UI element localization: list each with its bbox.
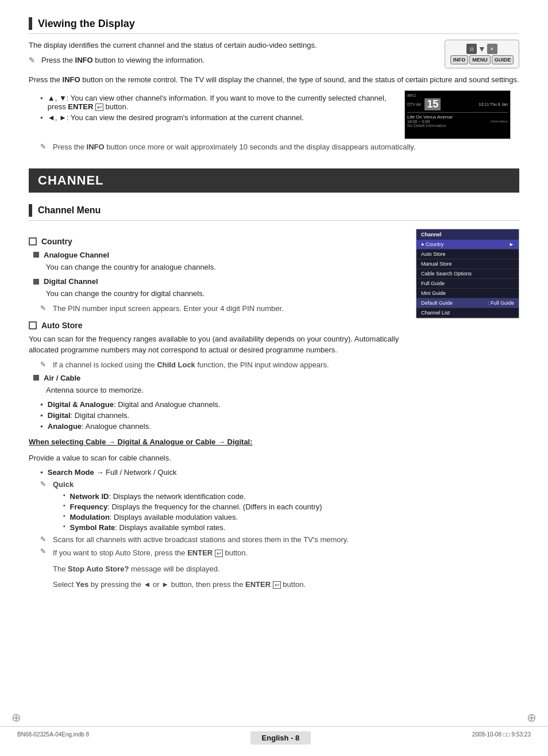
remote-icon: ⊡ <box>466 44 477 54</box>
note-icon-stop: ✎ <box>40 547 49 555</box>
country-heading: Country <box>29 237 404 246</box>
cable-intro: Provide a value to scan for cable channe… <box>29 452 404 464</box>
quick-modulation: Modulation: Displays available modulatio… <box>63 513 404 521</box>
bottom-left-crosshair: ⊕ <box>11 711 21 724</box>
bullet1-text: ▲, ▼: You can view other channel's infor… <box>48 94 399 111</box>
air-cable-text: Antenna source to memorize. <box>46 385 404 396</box>
auto-store-heading: Auto Store <box>29 321 404 330</box>
quick-mod-text: Modulation: Displays available modulatio… <box>70 513 238 521</box>
note-icon-quick: ✎ <box>40 480 49 488</box>
bullet2-text: ◄, ►: You can view the desired program's… <box>48 113 304 122</box>
menu-ui-header: Channel <box>416 229 519 240</box>
bullet-item-2: ◄, ►: You can view the desired program's… <box>40 113 399 122</box>
remote-top-row: ⊡ ▼ ✕ INFO MENU GUIDE <box>450 44 514 64</box>
note-icon-scans: ✎ <box>40 535 49 543</box>
viewing-note2: ✎ Press the INFO button once more or wai… <box>40 143 519 151</box>
tv-time-range: 18:00 ~ 0:00 Information <box>407 120 508 124</box>
viewing-note2-text: Press the INFO button once more or wait … <box>53 143 415 151</box>
country-title: Country <box>41 237 72 246</box>
remote-down-arrow: ▼ <box>478 44 486 53</box>
menu-item-channellist: Channel List <box>416 308 519 318</box>
analogue-channel-heading: Analogue Channel <box>33 251 404 259</box>
viewing-bullet-list: ▲, ▼: You can view other channel's infor… <box>40 94 399 122</box>
viewing-para2: Press the INFO button on the remote cont… <box>29 74 519 86</box>
stop-note-line2: The Stop Auto Store? message will be dis… <box>53 563 306 575</box>
quick-network-id: Network ID: Displays the network identif… <box>63 492 404 501</box>
air-cable-heading-text: Air / Cable <box>44 374 80 382</box>
note-icon-1: ✎ <box>29 56 38 64</box>
cable-heading: When selecting Cable → Digital & Analogu… <box>29 436 404 448</box>
menu-item-cablesearch: Cable Search Options <box>416 269 519 279</box>
section-bar <box>29 17 32 30</box>
footer-center: English - 8 <box>250 731 311 745</box>
viewing-display-text: The display identifies the current chann… <box>29 40 445 68</box>
bullet-digital: Digital: Digital channels. <box>40 411 404 420</box>
checkbox-icon-country <box>29 237 37 245</box>
stop-note: ✎ If you want to stop Auto Store, press … <box>40 547 404 595</box>
bullet-d-text: Digital: Digital channels. <box>48 411 129 420</box>
tv-ch-num-area: 15 <box>424 98 475 110</box>
viewing-para1: The display identifies the current chann… <box>29 40 433 51</box>
tv-channel-bar: DTV Air 15 10:11 Thu 8 Jan <box>407 98 508 113</box>
quick-label: Quick <box>53 480 74 489</box>
quick-sr-text: Symbol Rate: Displays available symbol r… <box>70 523 226 532</box>
digital-note: ✎ The PIN number input screen appears. E… <box>40 304 404 313</box>
scans-note: ✎ Scans for all channels with active bro… <box>40 535 404 544</box>
channel-menu-area: Country Analogue Channel You can change … <box>29 229 519 598</box>
viewing-display-title: Viewing the Display <box>38 18 135 30</box>
menu-item-defaultguide-value: : Full Guide <box>488 300 514 306</box>
quick-symbol-rate: Symbol Rate: Displays available symbol r… <box>63 523 404 532</box>
stop-note-line3: Select Yes by pressing the ◄ or ► button… <box>53 579 306 590</box>
note-icon-autostore: ✎ <box>40 360 49 369</box>
tv-screen-area: abc1 DTV Air 15 10:11 Thu 8 Jan Life On … <box>404 90 519 139</box>
search-mode-text: Search Mode → Full / Network / Quick <box>48 468 177 477</box>
channel-menu-section-header: Channel Menu <box>29 204 519 221</box>
menu-btn: MENU <box>469 55 491 64</box>
bottom-right-crosshair: ⊕ <box>527 711 537 724</box>
digital-text: You can change the country for digital c… <box>46 288 404 300</box>
square-icon-analogue <box>33 252 39 258</box>
auto-store-note: ✎ If a channel is locked using the Child… <box>40 360 404 369</box>
note-icon-digital: ✎ <box>40 304 49 312</box>
tv-screen: abc1 DTV Air 15 10:11 Thu 8 Jan Life On … <box>404 90 511 139</box>
channel-menu-ui: Channel ● Country ► Auto Store Manual St… <box>416 229 519 318</box>
viewing-display-section-header: Viewing the Display <box>29 17 519 34</box>
analogue-text: You can change the country for analogue … <box>46 262 404 273</box>
viewing-display-content: The display identifies the current chann… <box>29 40 519 68</box>
tv-screen-inner: abc1 DTV Air 15 10:11 Thu 8 Jan Life On … <box>405 91 510 139</box>
note-icon-2: ✎ <box>40 143 49 151</box>
quick-freq-text: Frequency: Displays the frequency for th… <box>70 502 322 511</box>
quick-nid-text: Network ID: Displays the network identif… <box>70 492 246 501</box>
bullet-digital-analogue: Digital & Analogue: Digital and Analogue… <box>40 400 404 409</box>
checkbox-icon-autostore <box>29 321 37 329</box>
channel-menu-content: Country Analogue Channel You can change … <box>29 229 416 598</box>
tv-ch-num: 15 <box>424 98 441 110</box>
digital-note-text: The PIN number input screen appears. Ent… <box>53 304 284 313</box>
remote-box: ⊡ ▼ ✕ INFO MENU GUIDE <box>445 40 519 68</box>
cable-heading-text: When selecting Cable → Digital & Analogu… <box>29 438 253 446</box>
bullet-item-1: ▲, ▼: You can view other channel's infor… <box>40 94 399 111</box>
bullet-search-mode: Search Mode → Full / Network / Quick <box>40 468 404 477</box>
air-cable-bullets: Digital & Analogue: Digital and Analogue… <box>40 400 404 431</box>
quick-note: ✎ Quick <box>40 480 404 489</box>
footer-right: 2009-10-08 □□ 9:53:23 <box>472 731 531 745</box>
page-footer: BN68-02325A-04Eng.indb 8 English - 8 200… <box>0 726 548 745</box>
menu-item-autostore-label: Auto Store <box>421 251 446 257</box>
menu-item-manualstore-label: Manual Store <box>421 261 452 267</box>
menu-item-country: ● Country ► <box>416 240 519 250</box>
digital-channel-heading: Digital Channel <box>33 277 404 286</box>
stop-note-line1: If you want to stop Auto Store, press th… <box>53 547 306 559</box>
quick-frequency: Frequency: Displays the frequency for th… <box>63 502 404 511</box>
menu-item-defaultguide: Default Guide : Full Guide <box>416 298 519 308</box>
menu-item-fullguide: Full Guide <box>416 279 519 289</box>
digital-heading-text: Digital Channel <box>44 277 98 286</box>
auto-store-para: You can scan for the frequency ranges av… <box>29 333 404 356</box>
tv-program: Life On Venus Avenue <box>407 114 508 120</box>
menu-item-miniguide-label: Mini Guide <box>421 290 446 296</box>
air-cable-heading: Air / Cable <box>33 374 404 382</box>
viewing-note1: ✎ Press the INFO button to viewing the i… <box>29 56 433 64</box>
tv-detail: No Detaill Information <box>407 124 508 128</box>
bullet-analogue: Analogue: Analogue channels. <box>40 422 404 431</box>
footer-left: BN68-02325A-04Eng.indb 8 <box>17 731 89 745</box>
tv-dtv-air: DTV Air <box>407 102 421 106</box>
